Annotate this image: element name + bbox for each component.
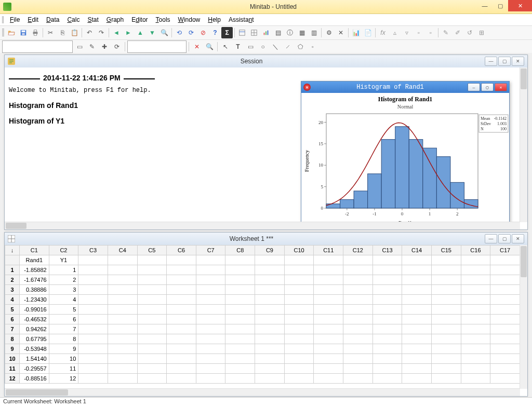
edit-tool-d[interactable]: ⊞ bbox=[476, 27, 487, 38]
toolbar-c-button[interactable]: ▫ bbox=[413, 27, 424, 38]
column-header[interactable]: C2 bbox=[49, 246, 78, 255]
worksheet-body[interactable]: ↓C1C2C3C4C5C6C7C8C9C10C11C12C13C14C15C16… bbox=[5, 245, 520, 389]
column-header[interactable]: C8 bbox=[225, 246, 255, 255]
window-minimize-button[interactable]: — bbox=[477, 0, 493, 11]
cell[interactable]: 1 bbox=[49, 265, 78, 275]
cell[interactable] bbox=[314, 265, 343, 275]
delete-button[interactable]: ✕ bbox=[191, 41, 203, 52]
edit-tool-a[interactable]: ✎ bbox=[440, 27, 451, 38]
cell[interactable] bbox=[461, 354, 490, 364]
item-selector-combo[interactable] bbox=[2, 40, 73, 53]
cell[interactable] bbox=[196, 265, 225, 275]
cell[interactable] bbox=[167, 275, 196, 285]
cell[interactable] bbox=[137, 344, 167, 354]
nav-next-button[interactable]: ► bbox=[123, 27, 134, 38]
column-name-cell[interactable] bbox=[196, 255, 225, 265]
cell[interactable] bbox=[196, 295, 225, 305]
cell[interactable] bbox=[225, 354, 255, 364]
worksheet-titlebar[interactable]: Worksheet 1 *** — ▢ ✕ bbox=[5, 233, 527, 246]
cell[interactable] bbox=[343, 315, 373, 324]
cell[interactable] bbox=[225, 265, 255, 275]
cell[interactable] bbox=[343, 354, 373, 364]
cell[interactable] bbox=[78, 275, 108, 285]
cell[interactable] bbox=[461, 334, 490, 344]
menu-window[interactable]: Window bbox=[175, 15, 204, 24]
cell[interactable] bbox=[373, 324, 402, 334]
cell[interactable] bbox=[255, 315, 285, 324]
cell[interactable] bbox=[225, 364, 255, 374]
cell[interactable] bbox=[137, 334, 167, 344]
session-maximize-button[interactable]: ▢ bbox=[498, 57, 511, 66]
column-name-cell[interactable] bbox=[255, 255, 285, 265]
cell[interactable] bbox=[255, 344, 285, 354]
cell[interactable] bbox=[167, 305, 196, 315]
show-session-button[interactable] bbox=[236, 27, 248, 38]
column-name-cell[interactable]: Y1 bbox=[49, 255, 78, 265]
cell[interactable]: 0.67795 bbox=[20, 334, 49, 344]
column-name-cell[interactable] bbox=[167, 255, 196, 265]
cell[interactable] bbox=[373, 265, 402, 275]
histogram-plot[interactable]: Histogram of Rand1Normal05101520-2-1012R… bbox=[301, 93, 509, 222]
histogram-close-button[interactable]: ✕ bbox=[495, 83, 507, 91]
cell[interactable] bbox=[490, 324, 520, 334]
cell[interactable] bbox=[461, 305, 490, 315]
cell[interactable] bbox=[255, 305, 285, 315]
cell[interactable] bbox=[314, 364, 343, 374]
cell[interactable] bbox=[343, 344, 373, 354]
cell[interactable] bbox=[343, 305, 373, 315]
worksheet-minimize-button[interactable]: — bbox=[485, 234, 497, 243]
window-maximize-button[interactable]: ▢ bbox=[493, 0, 508, 11]
session-minimize-button[interactable]: — bbox=[485, 57, 497, 66]
cell[interactable] bbox=[373, 305, 402, 315]
worksheet-maximize-button[interactable]: ▢ bbox=[498, 234, 511, 243]
cell[interactable] bbox=[490, 364, 520, 374]
cell[interactable] bbox=[490, 265, 520, 275]
rect-tool[interactable]: ▭ bbox=[245, 41, 256, 52]
cell[interactable] bbox=[431, 305, 461, 315]
column-header[interactable]: C3 bbox=[78, 246, 108, 255]
cell[interactable] bbox=[314, 305, 343, 315]
cell[interactable] bbox=[373, 354, 402, 364]
cell[interactable] bbox=[137, 295, 167, 305]
toolbar-d-button[interactable]: ▫ bbox=[425, 27, 436, 38]
column-name-cell[interactable] bbox=[284, 255, 314, 265]
row-header[interactable]: 10 bbox=[5, 354, 20, 364]
cell[interactable] bbox=[284, 364, 314, 374]
show-project-button[interactable]: ▤ bbox=[272, 27, 284, 38]
cell[interactable] bbox=[343, 265, 373, 275]
column-header[interactable]: C11 bbox=[314, 246, 343, 255]
pointer-tool[interactable]: ↖ bbox=[220, 41, 231, 52]
column-name-cell[interactable] bbox=[490, 255, 520, 265]
cell[interactable]: 9 bbox=[49, 344, 78, 354]
cell[interactable] bbox=[402, 344, 432, 354]
cell[interactable] bbox=[78, 324, 108, 334]
row-header[interactable]: 11 bbox=[5, 364, 20, 374]
cell[interactable] bbox=[108, 285, 137, 295]
cell[interactable] bbox=[78, 344, 108, 354]
cell[interactable]: -0.99016 bbox=[20, 305, 49, 315]
cell[interactable] bbox=[402, 364, 432, 374]
cell[interactable]: 4 bbox=[49, 295, 78, 305]
open-button[interactable] bbox=[6, 27, 17, 38]
cell[interactable] bbox=[343, 324, 373, 334]
session-body[interactable]: 2014-11-22 1:41:26 PM Welcome to Minitab… bbox=[5, 67, 520, 222]
cell[interactable] bbox=[431, 354, 461, 364]
cell[interactable] bbox=[373, 295, 402, 305]
row-header[interactable]: 3 bbox=[5, 285, 20, 295]
session-close-button[interactable]: ✕ bbox=[512, 57, 524, 66]
cell[interactable] bbox=[461, 364, 490, 374]
cell[interactable] bbox=[196, 344, 225, 354]
column-name-cell[interactable] bbox=[431, 255, 461, 265]
cell[interactable] bbox=[225, 275, 255, 285]
cell[interactable] bbox=[314, 285, 343, 295]
cell[interactable] bbox=[402, 285, 432, 295]
cell[interactable] bbox=[402, 324, 432, 334]
cell[interactable] bbox=[196, 275, 225, 285]
cell[interactable] bbox=[284, 305, 314, 315]
cell[interactable]: 0.94262 bbox=[20, 324, 49, 334]
column-header[interactable]: C13 bbox=[373, 246, 402, 255]
cell[interactable] bbox=[225, 295, 255, 305]
oval-tool[interactable]: ○ bbox=[257, 41, 269, 52]
cell[interactable] bbox=[196, 315, 225, 324]
cell[interactable] bbox=[373, 275, 402, 285]
